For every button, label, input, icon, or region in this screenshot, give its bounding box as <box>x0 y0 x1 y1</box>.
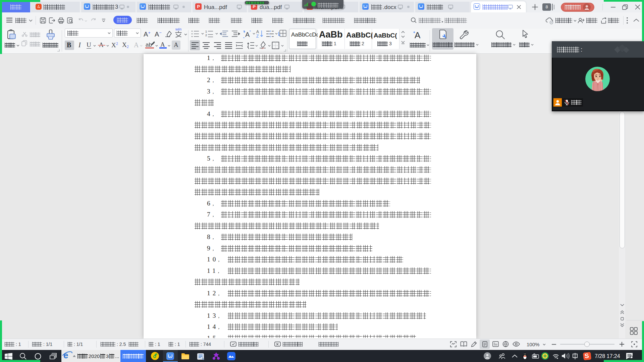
svg-text:A: A <box>245 31 250 38</box>
svg-text:A: A <box>415 30 421 40</box>
svg-text:Z: Z <box>256 34 259 39</box>
svg-text:2: 2 <box>205 34 207 37</box>
svg-text:1: 1 <box>205 30 207 33</box>
svg-text:A: A <box>256 29 259 34</box>
